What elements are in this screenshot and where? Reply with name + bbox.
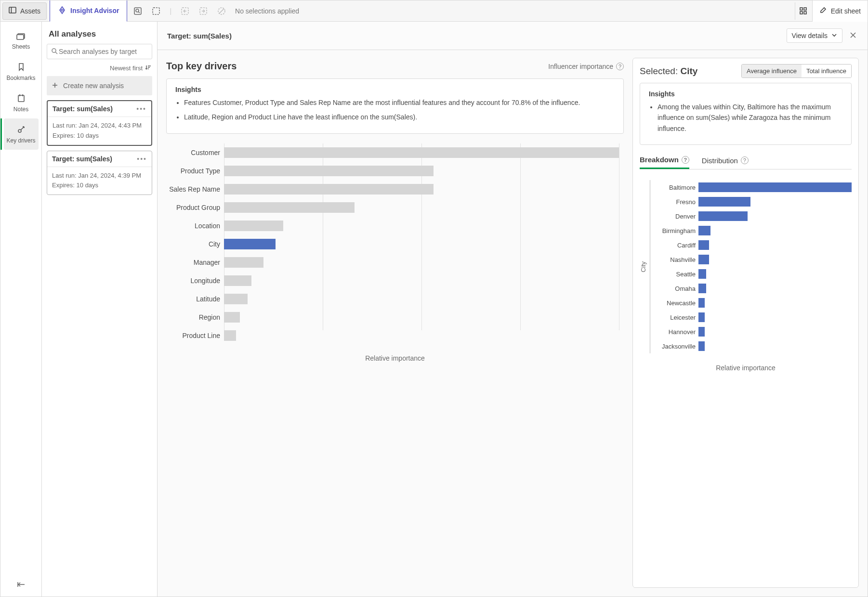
- create-analysis-button[interactable]: Create new analysis: [47, 76, 152, 95]
- chart-bar-row[interactable]: Omaha: [650, 281, 852, 296]
- bar-label: Nashville: [650, 256, 698, 263]
- notes-icon: [17, 94, 25, 104]
- svg-line-10: [219, 9, 224, 13]
- insights-header: Insights: [175, 86, 615, 93]
- bar: [224, 294, 248, 304]
- chart-bar-row[interactable]: Nashville: [650, 252, 852, 267]
- rail-sheets[interactable]: Sheets: [4, 26, 39, 56]
- close-icon[interactable]: [849, 31, 858, 40]
- svg-rect-17: [18, 95, 24, 102]
- insight-icon: [58, 6, 66, 16]
- selections-tool-icon[interactable]: [151, 6, 161, 16]
- rail-key-drivers[interactable]: Key drivers: [4, 118, 39, 150]
- bar-label: Hannover: [650, 328, 698, 336]
- assets-label: Assets: [20, 7, 40, 15]
- plus-icon: [52, 82, 58, 90]
- bar-label: Baltimore: [650, 184, 698, 191]
- svg-point-2: [61, 9, 63, 11]
- collapse-rail-icon[interactable]: [16, 579, 26, 590]
- svg-rect-3: [134, 8, 141, 14]
- app-root: Assets Insight Advisor |: [0, 0, 868, 597]
- analyses-panel: All analyses Newest first Create new ana…: [42, 22, 158, 597]
- chart-bar-row[interactable]: Hannover: [650, 324, 852, 339]
- bar-label: Denver: [650, 213, 698, 220]
- chevron-down-icon: [831, 32, 837, 39]
- chart-bar-row[interactable]: Birmingham: [650, 223, 852, 238]
- tab-breakdown[interactable]: Breakdown ?: [640, 152, 689, 169]
- chart-xlabel: Relative importance: [640, 364, 852, 372]
- edit-sheet-button[interactable]: Edit sheet: [812, 0, 868, 22]
- chart-ylabel: City: [640, 261, 647, 272]
- step-back-icon[interactable]: [180, 6, 190, 16]
- topbar: Assets Insight Advisor |: [0, 0, 868, 22]
- card-title: Target: sum(Sales): [52, 155, 112, 163]
- help-icon[interactable]: ?: [741, 156, 749, 164]
- sort-label: Newest first: [110, 65, 143, 72]
- bar-label: Product Line: [166, 332, 224, 339]
- insight-item: Features Customer, Product Type and Sale…: [184, 97, 615, 108]
- analysis-card[interactable]: Target: sum(Sales) ••• Last run: Jan 24,…: [47, 151, 152, 195]
- chart-bar-row[interactable]: Jacksonville: [650, 339, 852, 353]
- create-label: Create new analysis: [63, 82, 124, 90]
- assets-button[interactable]: Assets: [2, 2, 47, 20]
- svg-rect-12: [804, 8, 806, 10]
- bar-label: Cardiff: [650, 242, 698, 249]
- bar: [224, 239, 276, 249]
- rail-bookmarks[interactable]: Bookmarks: [4, 56, 39, 87]
- card-more-icon[interactable]: •••: [137, 155, 147, 163]
- bar-label: Latitude: [166, 295, 224, 303]
- bar-label: Longitude: [166, 277, 224, 285]
- chart-bar-row[interactable]: Fresno: [650, 195, 852, 209]
- selected-title: Selected: City: [640, 66, 697, 77]
- analysis-card[interactable]: Target: sum(Sales) ••• Last run: Jan 24,…: [47, 100, 152, 146]
- rail-sheets-label: Sheets: [12, 43, 30, 50]
- bar: [224, 275, 251, 286]
- tab-distribution[interactable]: Distribution ?: [702, 152, 749, 169]
- sort-control[interactable]: Newest first: [47, 59, 152, 76]
- bar-label: Leicester: [650, 314, 698, 321]
- bar: [698, 341, 705, 351]
- rail-notes[interactable]: Notes: [4, 87, 39, 118]
- rail-bookmarks-label: Bookmarks: [6, 75, 35, 81]
- chart-bar-row[interactable]: Denver: [650, 209, 852, 223]
- help-icon[interactable]: ?: [616, 63, 624, 70]
- bar: [698, 182, 852, 192]
- clear-selections-icon[interactable]: [217, 6, 226, 16]
- influencer-importance-label: Influencer importance ?: [548, 63, 624, 70]
- chart-bar-row[interactable]: Seattle: [650, 267, 852, 281]
- bar: [224, 221, 283, 231]
- svg-rect-16: [17, 35, 24, 39]
- smart-search-icon[interactable]: [133, 6, 143, 16]
- toggle-average[interactable]: Average influence: [742, 65, 802, 78]
- chart-bar-row[interactable]: Newcastle: [650, 296, 852, 310]
- grid-icon[interactable]: [795, 2, 812, 20]
- insight-advisor-button[interactable]: Insight Advisor: [50, 0, 127, 22]
- sort-icon: [145, 64, 151, 72]
- view-details-button[interactable]: View details: [787, 28, 842, 43]
- search-analyses[interactable]: [47, 44, 152, 59]
- section-title: Top key drivers: [166, 61, 237, 72]
- bar: [698, 211, 748, 221]
- chart-bar-row[interactable]: Baltimore: [650, 180, 852, 195]
- help-icon[interactable]: ?: [682, 156, 689, 164]
- insight-label: Insight Advisor: [70, 7, 119, 14]
- card-last-run: Last run: Jan 24, 2024, 4:39 PM: [52, 171, 147, 181]
- toggle-total[interactable]: Total influence: [802, 65, 851, 78]
- bar-label: Manager: [166, 259, 224, 266]
- step-forward-icon[interactable]: [198, 6, 208, 16]
- search-input[interactable]: [58, 47, 148, 56]
- bar: [698, 312, 705, 322]
- bar: [698, 197, 750, 207]
- rail-key-drivers-label: Key drivers: [6, 137, 35, 144]
- bar: [698, 269, 706, 279]
- chart-bar-row[interactable]: Leicester: [650, 310, 852, 324]
- main-body: Sheets Bookmarks Notes Key drivers All a…: [0, 22, 868, 597]
- svg-point-4: [136, 9, 139, 12]
- panel-icon: [9, 6, 16, 15]
- city-insights-box: Insights Among the values within City, B…: [640, 83, 852, 145]
- chart-bar-row[interactable]: Cardiff: [650, 238, 852, 252]
- card-more-icon[interactable]: •••: [136, 105, 146, 113]
- bar: [698, 327, 705, 337]
- insight-item: Latitude, Region and Product Line have t…: [184, 112, 615, 122]
- bar: [224, 330, 236, 341]
